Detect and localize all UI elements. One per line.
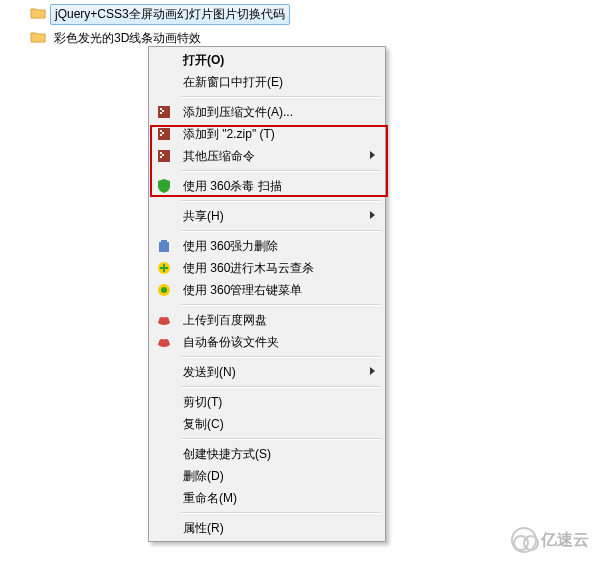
menu-add-to-zip-label: 添加到 "2.zip" (T) (183, 126, 275, 143)
svg-point-19 (163, 317, 169, 323)
menu-separator (181, 230, 381, 232)
context-menu: 打开(O) 在新窗口中打开(E) 添加到压缩文件(A)... 添加到 "2.zi… (148, 46, 386, 542)
menu-open[interactable]: 打开(O) (151, 49, 383, 71)
svg-rect-1 (160, 108, 162, 110)
menu-separator (181, 170, 381, 172)
svg-rect-7 (160, 134, 162, 136)
shield-icon (156, 178, 172, 194)
menu-separator (181, 96, 381, 98)
menu-delete-label: 删除(D) (183, 468, 224, 485)
menu-share-label: 共享(H) (183, 208, 224, 225)
menu-trojan-scan-360-label: 使用 360进行木马云查杀 (183, 260, 314, 277)
menu-add-to-zip[interactable]: 添加到 "2.zip" (T) (151, 123, 383, 145)
menu-separator (181, 438, 381, 440)
menu-cut[interactable]: 剪切(T) (151, 391, 383, 413)
menu-force-delete-360[interactable]: 使用 360强力删除 (151, 235, 383, 257)
svg-rect-12 (159, 242, 169, 252)
menu-separator (181, 356, 381, 358)
menu-open-label: 打开(O) (183, 52, 224, 69)
svg-rect-2 (162, 110, 164, 112)
menu-delete[interactable]: 删除(D) (151, 465, 383, 487)
menu-send-to[interactable]: 发送到(N) (151, 361, 383, 383)
menu-scan-360-label: 使用 360杀毒 扫描 (183, 178, 282, 195)
menu-create-shortcut[interactable]: 创建快捷方式(S) (151, 443, 383, 465)
menu-share[interactable]: 共享(H) (151, 205, 383, 227)
svg-rect-11 (160, 156, 162, 158)
shield-gear-icon (156, 282, 172, 298)
menu-auto-backup[interactable]: 自动备份该文件夹 (151, 331, 383, 353)
folder-icon (30, 29, 46, 48)
menu-create-shortcut-label: 创建快捷方式(S) (183, 446, 271, 463)
watermark-text: 亿速云 (541, 530, 589, 551)
trash-icon (156, 238, 172, 254)
cloud-upload-icon (156, 312, 172, 328)
watermark-logo-icon (511, 527, 537, 553)
menu-upload-baidu[interactable]: 上传到百度网盘 (151, 309, 383, 331)
svg-rect-13 (161, 240, 167, 242)
menu-trojan-scan-360[interactable]: 使用 360进行木马云查杀 (151, 257, 383, 279)
menu-separator (181, 386, 381, 388)
submenu-arrow-icon (370, 367, 375, 375)
menu-add-to-archive[interactable]: 添加到压缩文件(A)... (151, 101, 383, 123)
submenu-arrow-icon (370, 151, 375, 159)
archive-icon (156, 126, 172, 142)
folder-label: jQuery+CSS3全屏动画幻灯片图片切换代码 (50, 4, 290, 25)
svg-rect-9 (160, 152, 162, 154)
watermark: 亿速云 (511, 527, 589, 553)
menu-separator (181, 304, 381, 306)
folder-icon (30, 5, 46, 24)
menu-properties-label: 属性(R) (183, 520, 224, 537)
svg-point-22 (163, 339, 169, 345)
archive-icon (156, 104, 172, 120)
folder-row[interactable]: 彩色发光的3D线条动画特效 (28, 28, 599, 48)
menu-rename-label: 重命名(M) (183, 490, 237, 507)
menu-separator (181, 512, 381, 514)
menu-rename[interactable]: 重命名(M) (151, 487, 383, 509)
shield-plus-icon (156, 260, 172, 276)
menu-scan-360[interactable]: 使用 360杀毒 扫描 (151, 175, 383, 197)
menu-open-new-window-label: 在新窗口中打开(E) (183, 74, 283, 91)
svg-rect-5 (160, 130, 162, 132)
folder-label: 彩色发光的3D线条动画特效 (50, 29, 205, 48)
menu-open-new-window[interactable]: 在新窗口中打开(E) (151, 71, 383, 93)
svg-point-16 (161, 287, 167, 293)
menu-separator (181, 200, 381, 202)
menu-copy-label: 复制(C) (183, 416, 224, 433)
menu-cut-label: 剪切(T) (183, 394, 222, 411)
svg-rect-3 (160, 112, 162, 114)
menu-copy[interactable]: 复制(C) (151, 413, 383, 435)
menu-auto-backup-label: 自动备份该文件夹 (183, 334, 279, 351)
menu-upload-baidu-label: 上传到百度网盘 (183, 312, 267, 329)
archive-icon (156, 148, 172, 164)
menu-other-compress-label: 其他压缩命令 (183, 148, 255, 165)
svg-rect-6 (162, 132, 164, 134)
menu-rightclick-360-label: 使用 360管理右键菜单 (183, 282, 302, 299)
menu-force-delete-360-label: 使用 360强力删除 (183, 238, 278, 255)
cloud-sync-icon (156, 334, 172, 350)
svg-rect-10 (162, 154, 164, 156)
menu-properties[interactable]: 属性(R) (151, 517, 383, 539)
folder-row[interactable]: jQuery+CSS3全屏动画幻灯片图片切换代码 (28, 4, 599, 24)
submenu-arrow-icon (370, 211, 375, 219)
menu-add-to-archive-label: 添加到压缩文件(A)... (183, 104, 293, 121)
menu-rightclick-360[interactable]: 使用 360管理右键菜单 (151, 279, 383, 301)
menu-send-to-label: 发送到(N) (183, 364, 236, 381)
menu-other-compress[interactable]: 其他压缩命令 (151, 145, 383, 167)
